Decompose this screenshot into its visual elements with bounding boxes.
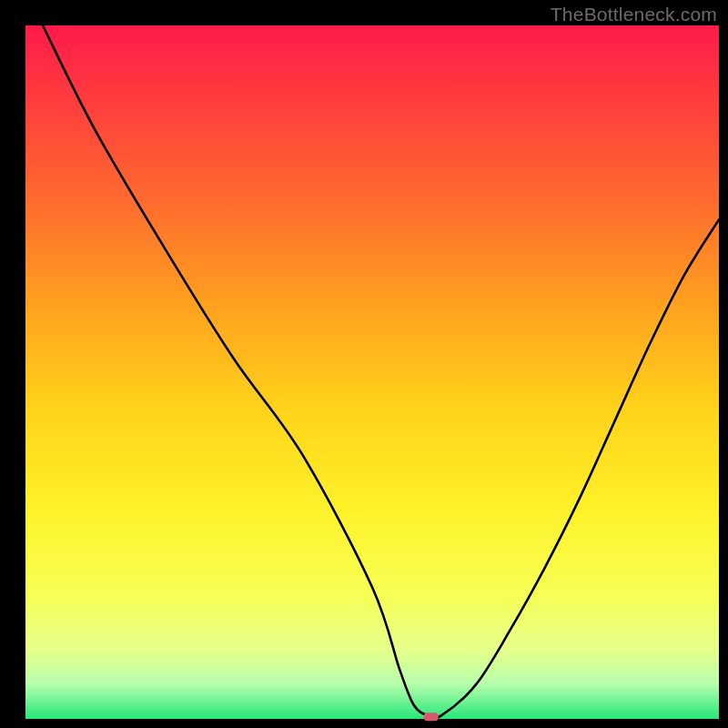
plot-background: [25, 25, 719, 719]
bottleneck-chart: [0, 0, 728, 728]
chart-container: TheBottleneck.com: [0, 0, 728, 728]
watermark: TheBottleneck.com: [551, 4, 717, 25]
optimal-marker: [424, 713, 439, 721]
